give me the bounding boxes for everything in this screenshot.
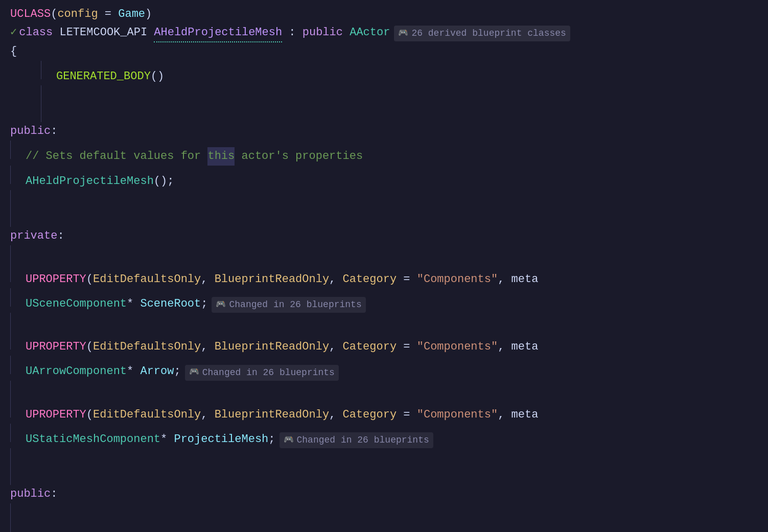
line-blank-7	[0, 381, 768, 399]
sceneroot-changed-badge[interactable]: 🎮Changed in 26 blueprints	[212, 297, 365, 313]
indent-guide-1	[41, 61, 41, 79]
line-blank-10	[0, 503, 768, 522]
line-blank-1	[0, 85, 768, 104]
line-blank-3	[0, 190, 768, 209]
indent-guide	[10, 448, 11, 467]
line-public-1: public:	[0, 122, 768, 141]
indent-guide	[10, 522, 11, 532]
indent-guide	[10, 288, 11, 307]
indent-guide	[10, 381, 11, 399]
indent-guide	[10, 331, 11, 350]
line-uproperty-3: UPROPERTY(EditDefaultsOnly, BlueprintRea…	[0, 399, 768, 424]
line-blank-6	[0, 313, 768, 331]
indent-guide	[10, 264, 11, 282]
indent-guide	[10, 209, 11, 227]
indent-guide	[10, 503, 11, 522]
line-projectilemesh: UStaticMeshComponent* ProjectileMesh;🎮Ch…	[0, 424, 768, 448]
arrow-changed-badge[interactable]: 🎮Changed in 26 blueprints	[185, 365, 339, 381]
projectilemesh-changed-badge[interactable]: 🎮Changed in 26 blueprints	[280, 432, 433, 448]
line-blank-5	[0, 245, 768, 264]
line-generated-body: GENERATED_BODY()	[0, 61, 768, 85]
indent-guide	[10, 245, 11, 264]
indent-guide	[10, 424, 11, 442]
line-getprojectilemesh: UStaticMeshComponent* GetProjectileMesh(…	[0, 522, 768, 532]
code-editor: UCLASS(config = Game) ✓class LETEMCOOK_A…	[0, 0, 768, 532]
indent-guide	[41, 85, 41, 104]
line-private: private:	[0, 227, 768, 245]
line-blank-8	[0, 448, 768, 467]
line-open-brace: {	[0, 42, 768, 61]
uclass-macro: UCLASS	[10, 5, 51, 23]
chevron-icon: ✓	[10, 24, 17, 41]
line-constructor: AHeldProjectileMesh();	[0, 166, 768, 190]
indent-guide	[10, 141, 11, 159]
indent-guide	[10, 313, 11, 331]
line-comment: // Sets default values for this actor's …	[0, 141, 768, 165]
line-sceneroot: USceneComponent* SceneRoot;🎮Changed in 2…	[0, 288, 768, 313]
line-class-decl: ✓class LETEMCOOK_API AHeldProjectileMesh…	[0, 24, 768, 42]
line-uclass: UCLASS(config = Game)	[0, 5, 768, 24]
line-blank-4	[0, 209, 768, 227]
derived-blueprint-badge[interactable]: 🎮26 derived blueprint classes	[394, 26, 570, 41]
gamepad-icon-3: 🎮	[189, 366, 199, 379]
indent-guide	[10, 190, 11, 209]
line-blank-2	[0, 104, 768, 122]
line-uproperty-1: UPROPERTY(EditDefaultsOnly, BlueprintRea…	[0, 264, 768, 288]
indent-guide	[41, 104, 41, 122]
line-uproperty-2: UPROPERTY(EditDefaultsOnly, BlueprintRea…	[0, 331, 768, 356]
line-arrow: UArrowComponent* Arrow;🎮Changed in 26 bl…	[0, 356, 768, 380]
gamepad-icon: 🎮	[398, 27, 408, 40]
indent-guide	[10, 356, 11, 374]
gamepad-icon-2: 🎮	[216, 298, 226, 312]
gamepad-icon-4: 🎮	[284, 434, 294, 447]
indent-guide	[10, 166, 11, 184]
class-name[interactable]: AHeldProjectileMesh	[154, 24, 282, 42]
indent-guide	[10, 399, 11, 418]
this-keyword: this	[207, 147, 235, 165]
line-blank-9	[0, 467, 768, 485]
indent-guide	[10, 467, 11, 485]
line-public-2: public:	[0, 485, 768, 503]
